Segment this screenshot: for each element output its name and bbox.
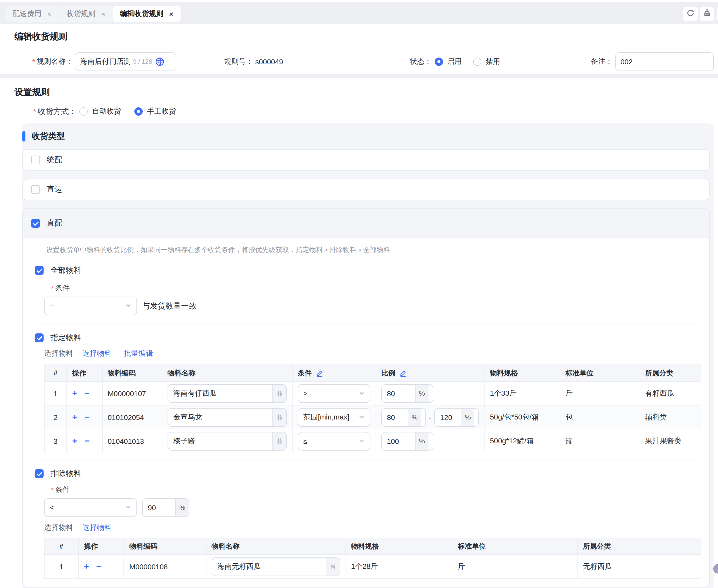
- add-row-icon[interactable]: +: [72, 413, 77, 422]
- select-materials-link[interactable]: 选择物料: [82, 523, 111, 532]
- row-index: 3: [44, 429, 67, 453]
- col-category: 所属分类: [640, 365, 701, 381]
- material-name-input[interactable]: [168, 384, 272, 402]
- edit-pen-icon[interactable]: [399, 370, 407, 377]
- checkbox-all-materials[interactable]: [35, 266, 44, 275]
- chevron-down-icon: [358, 437, 365, 445]
- batch-edit-link[interactable]: 批量编辑: [124, 349, 153, 358]
- select-materials-link[interactable]: 选择物料: [82, 349, 111, 358]
- condition-select[interactable]: 范围[min,max]: [298, 408, 370, 426]
- remove-row-icon[interactable]: −: [85, 437, 90, 445]
- checkbox-zhipei[interactable]: [31, 219, 40, 228]
- checkbox-tongpei-label[interactable]: 统配: [47, 155, 62, 165]
- radio-enabled[interactable]: [435, 57, 443, 66]
- col-name: 物料名称: [162, 365, 292, 381]
- radio-manual-receive[interactable]: [135, 107, 143, 115]
- radio-disabled-label[interactable]: 禁用: [486, 57, 500, 66]
- table-header-row: # 操作 物料编码 物料名称 条件 比例: [44, 365, 701, 381]
- zhipei-panel-header[interactable]: 直配: [23, 209, 709, 238]
- option-zhiyun[interactable]: 直运: [22, 179, 710, 200]
- excluded-operator-select[interactable]: ≤: [44, 498, 137, 517]
- receive-type-title: 收货类型: [32, 131, 65, 142]
- radio-auto-receive-label[interactable]: 自动收货: [92, 107, 121, 116]
- select-value: ≥: [303, 389, 307, 397]
- checkbox-zhiyun[interactable]: [31, 185, 40, 194]
- radio-manual-receive-label[interactable]: 手工收货: [147, 107, 176, 116]
- close-tab-icon[interactable]: ×: [47, 10, 52, 18]
- required-asterisk: *: [32, 57, 35, 66]
- ratio-max-input[interactable]: [435, 408, 461, 426]
- excluded-value-input-wrap: %: [142, 498, 189, 517]
- range-dash: -: [429, 413, 431, 421]
- close-tab-icon[interactable]: ×: [101, 10, 105, 18]
- refresh-button[interactable]: [683, 7, 698, 21]
- remove-row-icon[interactable]: −: [85, 413, 90, 422]
- dashed-divider: [35, 323, 701, 324]
- material-std-unit: 罐: [560, 429, 640, 453]
- translate-globe-icon[interactable]: [155, 57, 164, 66]
- required-asterisk: *: [51, 284, 54, 292]
- all-materials-suffix: 与发货数量一致: [142, 301, 197, 311]
- col-code: 物料编码: [124, 538, 206, 554]
- checkbox-specified-materials-label[interactable]: 指定物料: [50, 333, 81, 343]
- radio-enabled-label[interactable]: 启用: [447, 57, 462, 66]
- all-materials-condition-row: = 与发货数量一致: [44, 297, 701, 315]
- material-name-input-wrap: [167, 384, 287, 403]
- sliders-icon[interactable]: [272, 384, 286, 402]
- clear-tabs-button[interactable]: [700, 7, 714, 21]
- ratio-input-wrap: %: [381, 384, 433, 403]
- ratio-input[interactable]: [382, 432, 415, 450]
- option-tongpei[interactable]: 统配: [22, 149, 710, 171]
- col-condition: 条件: [292, 365, 375, 381]
- close-tab-icon[interactable]: ×: [169, 10, 173, 18]
- tab-delivery-fee[interactable]: 配送费用 ×: [5, 6, 59, 22]
- percent-addon: %: [408, 408, 421, 426]
- checkbox-excluded-materials-label[interactable]: 排除物料: [50, 469, 81, 479]
- table-row: 3 +− 010401013 ≤: [44, 429, 701, 453]
- excluded-links-row: 选择物料 选择物料: [44, 523, 701, 532]
- checkbox-excluded-materials[interactable]: [35, 469, 44, 478]
- material-code: M00000107: [102, 381, 162, 405]
- material-name-input[interactable]: [168, 408, 272, 426]
- ratio-min-input[interactable]: [382, 408, 408, 426]
- material-spec: 500g*12罐/箱: [485, 429, 560, 453]
- remove-row-icon[interactable]: −: [85, 389, 90, 398]
- status-label: 状态：: [410, 57, 432, 66]
- add-row-icon[interactable]: +: [72, 437, 77, 445]
- radio-disabled[interactable]: [473, 57, 481, 66]
- col-spec: 物料规格: [346, 538, 452, 554]
- excluded-value-input[interactable]: [143, 499, 176, 517]
- rule-name-input[interactable]: [80, 57, 130, 66]
- all-materials-operator-select[interactable]: =: [44, 297, 137, 315]
- condition-select[interactable]: ≤: [298, 432, 370, 450]
- checkbox-zhiyun-label[interactable]: 直运: [47, 185, 62, 194]
- material-name-input[interactable]: [212, 558, 326, 575]
- tab-edit-receive-rule[interactable]: 编辑收货规则 ×: [112, 6, 181, 22]
- col-code: 物料编码: [102, 365, 162, 381]
- ratio-input[interactable]: [382, 384, 415, 402]
- remark-input[interactable]: [620, 57, 709, 66]
- sliders-icon[interactable]: [272, 408, 286, 426]
- radio-auto-receive[interactable]: [80, 107, 88, 115]
- sliders-icon[interactable]: [272, 432, 286, 450]
- condition-select[interactable]: ≥: [298, 384, 370, 403]
- add-row-icon[interactable]: +: [84, 562, 89, 571]
- broom-icon: [703, 9, 711, 19]
- required-asterisk: *: [51, 486, 54, 494]
- edit-pen-icon[interactable]: [316, 370, 323, 377]
- checkbox-all-materials-label[interactable]: 全部物料: [50, 266, 81, 275]
- add-row-icon[interactable]: +: [72, 389, 77, 398]
- receive-method-row: * 收货方式： 自动收货 手工收货: [33, 106, 183, 117]
- tab-receive-rules[interactable]: 收货规则 ×: [59, 6, 112, 22]
- checkbox-tongpei[interactable]: [31, 155, 40, 164]
- checkbox-specified-materials[interactable]: [35, 333, 44, 342]
- rule-header-form: * 规则名称： 9 / 128 规则号： s000049: [0, 49, 718, 74]
- sliders-icon[interactable]: [326, 558, 340, 575]
- col-std-unit: 标准单位: [452, 538, 578, 554]
- rule-no-value: s000049: [255, 57, 283, 66]
- overflow-button[interactable]: [717, 7, 718, 21]
- material-name-input[interactable]: [168, 432, 272, 450]
- specified-materials-row: 指定物料: [35, 333, 701, 343]
- checkbox-zhipei-label[interactable]: 直配: [47, 218, 62, 228]
- remove-row-icon[interactable]: −: [96, 562, 101, 571]
